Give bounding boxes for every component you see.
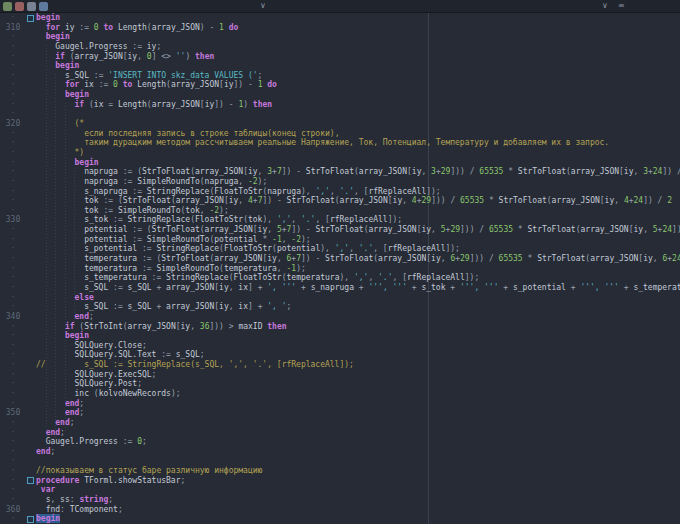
line-number-dot[interactable]: · (0, 418, 26, 428)
code-line[interactable]: · s_napruga := StringReplace(FloatToStr(… (0, 187, 680, 197)
code-line[interactable]: · s_potential := StringReplace(FloatToSt… (0, 244, 680, 254)
code-line[interactable]: · begin (0, 32, 680, 42)
code-line[interactable]: ·// s_SQL := StringReplace(s_SQL, ',', '… (0, 360, 680, 370)
line-number-dot[interactable]: · (0, 167, 26, 177)
line-number-dot[interactable]: · (0, 187, 26, 197)
code-line[interactable]: · (0, 456, 680, 466)
chevron-down-icon[interactable]: ∨ (260, 0, 266, 13)
code-line[interactable]: · s_SQL := s_SQL + array_JSON[iy, ix] + … (0, 283, 680, 293)
line-number-dot[interactable]: · (0, 244, 26, 254)
code-editor[interactable]: ·begin310 for iy := 0 to Length(array_JS… (0, 13, 680, 524)
line-number-dot[interactable]: · (0, 331, 26, 341)
line-number-dot[interactable]: · (0, 273, 26, 283)
nav-icon-3[interactable] (27, 2, 36, 11)
code-line[interactable]: · Gaugel.Progress := iy; (0, 42, 680, 52)
line-number-dot[interactable]: · (0, 109, 26, 119)
code-line[interactable]: · end; (0, 399, 680, 409)
nav-icon-1[interactable] (3, 2, 12, 11)
code-line[interactable]: 330 s_tok := StringReplace(FloatToStr(to… (0, 215, 680, 225)
code-line[interactable]: · begin (0, 90, 680, 100)
code-line[interactable]: · s_temperatura := StringReplace(FloatTo… (0, 273, 680, 283)
line-number-dot[interactable]: · (0, 206, 26, 216)
line-number-dot[interactable]: · (0, 196, 26, 206)
line-number-dot[interactable]: · (0, 52, 26, 62)
code-line[interactable]: · else (0, 293, 680, 303)
line-number-dot[interactable]: · (0, 485, 26, 495)
code-line[interactable]: · if (ix = Length(array_JSON[iy]) - 1) t… (0, 100, 680, 110)
code-line[interactable]: ·end; (0, 447, 680, 457)
line-number[interactable]: 360 (0, 505, 26, 515)
line-number-dot[interactable]: · (0, 177, 26, 187)
line-number-dot[interactable]: · (0, 379, 26, 389)
code-line[interactable]: · begin (0, 158, 680, 168)
line-number-dot[interactable]: · (0, 456, 26, 466)
line-number-dot[interactable]: · (0, 399, 26, 409)
line-number-dot[interactable]: · (0, 129, 26, 139)
line-number[interactable]: 310 (0, 23, 26, 33)
fold-marker-icon[interactable] (27, 516, 34, 523)
line-number-dot[interactable]: · (0, 100, 26, 110)
code-line[interactable]: · temperatura := SimpleRoundTo(temperatu… (0, 264, 680, 274)
code-line[interactable]: 360 fnd: TComponent; (0, 505, 680, 515)
code-line[interactable]: ·begin (0, 514, 680, 524)
line-number-dot[interactable]: · (0, 158, 26, 168)
line-number-dot[interactable]: · (0, 264, 26, 274)
code-line[interactable]: · for ix := 0 to Length(array_JSON[iy]) … (0, 80, 680, 90)
line-number-dot[interactable]: · (0, 466, 26, 476)
code-line[interactable]: 310 for iy := 0 to Length(array_JSON) - … (0, 23, 680, 33)
code-line[interactable]: · end; (0, 418, 680, 428)
line-number-dot[interactable]: · (0, 138, 26, 148)
fold-marker-icon[interactable] (27, 15, 34, 22)
line-number-dot[interactable]: · (0, 360, 26, 370)
line-number-dot[interactable]: · (0, 514, 26, 524)
code-line[interactable]: · *) (0, 148, 680, 158)
code-line[interactable]: · s, ss: string; (0, 495, 680, 505)
line-number-dot[interactable]: · (0, 476, 26, 486)
line-number-dot[interactable]: · (0, 13, 26, 23)
code-line[interactable]: · potential := (StrToFloat(array_JSON[iy… (0, 225, 680, 235)
code-line[interactable]: · var (0, 485, 680, 495)
code-line[interactable]: · potential := SimpleRoundTo(potential *… (0, 235, 680, 245)
chevron-down-icon[interactable]: ∨ (602, 0, 608, 13)
line-number-dot[interactable]: · (0, 283, 26, 293)
code-line[interactable]: ·//показываем в статус баре различную ин… (0, 466, 680, 476)
code-line[interactable]: ·begin (0, 13, 680, 23)
line-number-dot[interactable]: · (0, 42, 26, 52)
code-line[interactable]: · таким дурацким методом рассчитываем ре… (0, 138, 680, 148)
line-number-dot[interactable]: · (0, 61, 26, 71)
code-line[interactable]: 320 (* (0, 119, 680, 129)
code-line[interactable]: 340 end; (0, 312, 680, 322)
code-line[interactable]: · begin (0, 61, 680, 71)
code-line[interactable]: · tok := SimpleRoundTo(tok, -2); (0, 206, 680, 216)
line-number-dot[interactable]: · (0, 437, 26, 447)
code-line[interactable]: · SQLQuery.ExecSQL; (0, 370, 680, 380)
code-line[interactable]: · if (array_JSON[iy, 0] <> '') then (0, 52, 680, 62)
line-number-dot[interactable]: · (0, 447, 26, 457)
line-number-dot[interactable]: · (0, 148, 26, 158)
line-number-dot[interactable]: · (0, 225, 26, 235)
menu-icon[interactable]: ≡ (618, 0, 625, 13)
code-line[interactable]: · Gaugel.Progress := 0; (0, 437, 680, 447)
line-number-dot[interactable]: · (0, 254, 26, 264)
line-number-dot[interactable]: · (0, 370, 26, 380)
line-number-dot[interactable]: · (0, 302, 26, 312)
line-number-dot[interactable]: · (0, 32, 26, 42)
line-number[interactable]: 350 (0, 408, 26, 418)
line-number-dot[interactable]: · (0, 293, 26, 303)
line-number-dot[interactable]: · (0, 322, 26, 332)
line-number[interactable]: 340 (0, 312, 26, 322)
line-number[interactable]: 330 (0, 215, 26, 225)
code-line[interactable]: · tok := (StrToFloat(array_JSON[iy, 4+7]… (0, 196, 680, 206)
code-line[interactable]: · (0, 109, 680, 119)
line-number-dot[interactable]: · (0, 80, 26, 90)
code-line[interactable]: · если последняя запись в строке таблицы… (0, 129, 680, 139)
line-number-dot[interactable]: · (0, 350, 26, 360)
line-number-dot[interactable]: · (0, 90, 26, 100)
code-line[interactable]: · if (StrToInt(array_JSON[iy, 36])) > ma… (0, 322, 680, 332)
code-line[interactable]: ·procedure TForml.showStatusBar; (0, 476, 680, 486)
code-line[interactable]: · SQLQuery.Close; (0, 341, 680, 351)
line-number[interactable]: 320 (0, 119, 26, 129)
code-line[interactable]: · inc (kolvoNewRecords); (0, 389, 680, 399)
line-number-dot[interactable]: · (0, 71, 26, 81)
code-line[interactable]: · napruga := SimpleRoundTo(napruga, -2); (0, 177, 680, 187)
